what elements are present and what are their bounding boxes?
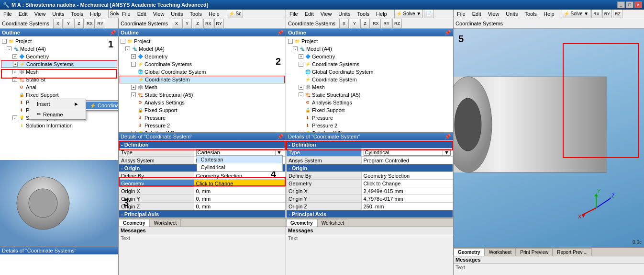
dropdown-arrow-2[interactable]: ▼ xyxy=(275,149,283,155)
tab-report-preview-4[interactable]: Report Previ... xyxy=(553,248,592,256)
outline-tree-1[interactable]: - 📁 Project - 🔩 Model (A4) + 🔷 Geometry … xyxy=(0,36,118,160)
tree-static-1[interactable]: - 🏗️ Static St xyxy=(1,76,117,83)
outline-pin-2[interactable]: 📌 xyxy=(277,30,284,36)
origin-expand-3[interactable]: - xyxy=(289,165,290,171)
dropdown-arrow-3[interactable]: ▼ xyxy=(443,149,450,155)
menu-edit-3[interactable]: Edit xyxy=(303,11,315,17)
tree-analysis-2[interactable]: ⚙ Analysis Settings xyxy=(120,99,285,106)
toolbar-btn4c[interactable]: RZ xyxy=(613,9,622,19)
menu-file-3[interactable]: File xyxy=(288,11,300,17)
tree-project-2[interactable]: - 📁 Project xyxy=(120,37,285,45)
cartesian-option-2[interactable]: Cartesian xyxy=(197,156,282,163)
tree-fixed-1[interactable]: 🔒 Fixed Support xyxy=(1,91,117,99)
principal-expand-3[interactable]: - xyxy=(289,211,290,217)
menu-tools-1[interactable]: Tools xyxy=(69,11,85,17)
window-controls[interactable]: _ □ × xyxy=(617,1,642,8)
outline-tree-2[interactable]: - 📁 Project - 🔩 Model (A4) + 🔷 Geometry … xyxy=(119,36,286,132)
tree-project-1[interactable]: - 📁 Project xyxy=(1,37,117,45)
submenu-coord-system[interactable]: ⚡ Coordinate System xyxy=(86,102,118,109)
axis-z-btn-1[interactable]: Z xyxy=(74,19,84,28)
tree-coord-system-2[interactable]: ⚡ Coordinate System xyxy=(120,76,285,83)
expand-mesh-3[interactable]: + xyxy=(299,85,303,90)
menu-help-1[interactable]: Help xyxy=(89,11,102,17)
menu-file-2[interactable]: File xyxy=(121,11,132,17)
toolbar-btn4a[interactable]: RX xyxy=(591,9,601,19)
expand-mesh-2[interactable]: + xyxy=(131,85,136,90)
expand-geometry-1[interactable]: + xyxy=(12,54,17,59)
outline-pin-3[interactable]: 📌 xyxy=(444,30,451,36)
menu-view-1[interactable]: View xyxy=(33,11,47,17)
axis-y-btn-1[interactable]: Y xyxy=(64,19,73,28)
tree-analysis-3[interactable]: ⚙ Analysis Settings xyxy=(287,99,452,106)
cylindrical-option-2[interactable]: Cylindrical xyxy=(197,163,282,171)
tree-static-3[interactable]: - 🏗️ Static Structural (A5) xyxy=(287,91,452,99)
menu-units-3[interactable]: Units xyxy=(337,11,352,17)
tree-project-3[interactable]: - 📁 Project xyxy=(287,37,452,45)
origin-expand-2[interactable]: - xyxy=(121,165,123,171)
outline-tree-3[interactable]: - 📁 Project - 🔩 Model (A4) + 🔷 Geometry … xyxy=(286,36,453,132)
tree-coord-systems-2[interactable]: - ⚡ Coordinate Systems xyxy=(120,60,285,68)
expand-project-2[interactable]: - xyxy=(121,39,125,44)
expand-static-1[interactable]: - xyxy=(12,77,17,82)
expand-project-1[interactable]: - xyxy=(2,39,7,44)
expand-solution-1[interactable]: - xyxy=(12,115,17,120)
axis-x-btn-3[interactable]: X xyxy=(339,19,349,28)
solve-button-4[interactable]: ⚡ Solve ▼ xyxy=(562,9,590,19)
expand-model-2[interactable]: - xyxy=(125,46,130,51)
tree-mesh-1[interactable]: + 🕸️ Mesh xyxy=(1,68,117,76)
axis-z-btn-3[interactable]: Z xyxy=(360,19,370,28)
tab-print-preview-4[interactable]: Print Preview xyxy=(516,248,553,256)
menu-tools-2[interactable]: Tools xyxy=(188,11,203,17)
tree-pressure2-3[interactable]: ⬇ Pressure 2 xyxy=(287,122,452,129)
tree-pressure-2a[interactable]: ⬇ Pressure xyxy=(120,114,285,122)
menu-tools-3[interactable]: Tools xyxy=(355,11,371,17)
expand-project-3[interactable]: - xyxy=(288,39,293,44)
expand-mesh-1[interactable]: + xyxy=(12,69,17,74)
expand-coord-3[interactable]: - xyxy=(299,62,303,67)
menu-edit-2[interactable]: Edit xyxy=(136,11,148,17)
tree-geometry-3[interactable]: + 🔷 Geometry xyxy=(287,53,452,60)
toolbar-btn3a[interactable]: 📄 xyxy=(424,9,433,19)
axis-y-btn-2[interactable]: Y xyxy=(182,19,192,28)
menu-edit-4[interactable]: Edit xyxy=(471,11,483,17)
axis-ry-btn-2[interactable]: RY xyxy=(214,19,224,28)
maximize-button[interactable]: □ xyxy=(626,1,633,8)
outline-pin-1[interactable]: 📌 xyxy=(110,30,116,36)
tab-worksheet-3[interactable]: Worksheet xyxy=(317,219,349,227)
expand-coord-1[interactable]: + xyxy=(13,62,18,67)
menu-units-4[interactable]: Units xyxy=(504,11,519,17)
menu-help-4[interactable]: Help xyxy=(542,11,556,17)
definition-expand-2[interactable]: - xyxy=(121,142,123,148)
expand-geometry-2[interactable]: + xyxy=(131,54,136,59)
close-button[interactable]: × xyxy=(634,1,642,8)
viewport-3d-main[interactable]: Z Y X 5 0.0c xyxy=(454,29,644,247)
solve-button-2[interactable]: ⚡ Sc xyxy=(227,9,243,19)
tree-model-3[interactable]: - 🔩 Model (A4) xyxy=(287,45,452,53)
axis-x-btn-1[interactable]: X xyxy=(53,19,63,28)
axis-rx-btn-3[interactable]: RX xyxy=(371,19,381,28)
tab-geometry-3[interactable]: Geometry xyxy=(286,219,317,227)
axis-x-btn-2[interactable]: X xyxy=(172,19,181,28)
menu-file-1[interactable]: File xyxy=(2,11,13,17)
axis-ry-btn-3[interactable]: RY xyxy=(382,19,391,28)
menu-view-2[interactable]: View xyxy=(152,11,166,17)
menu-units-2[interactable]: Units xyxy=(169,11,184,17)
menu-edit-1[interactable]: Edit xyxy=(17,11,29,17)
menu-view-3[interactable]: View xyxy=(319,11,333,17)
context-insert-1[interactable]: Insert ▶ ⚡ Coordinate System xyxy=(29,100,86,108)
toolbar-btn4b[interactable]: RY xyxy=(602,9,612,19)
menu-tools-4[interactable]: Tools xyxy=(523,11,538,17)
definition-expand-3[interactable]: - xyxy=(289,142,290,148)
geometry-value-cell-2[interactable]: Click to Change xyxy=(194,180,285,187)
details-pin-3[interactable]: 📌 xyxy=(444,134,451,140)
tree-mesh-3[interactable]: + 🕸️ Mesh xyxy=(287,83,452,91)
tree-fixed-2[interactable]: 🔒 Fixed Support xyxy=(120,106,285,114)
tree-coord-systems-1[interactable]: + ⚡ Coordinate Systems xyxy=(1,60,117,68)
tree-geometry-2[interactable]: + 🔷 Geometry xyxy=(120,53,285,60)
solve-button-3[interactable]: ⚡ Solve ▼ xyxy=(394,9,423,19)
axis-z-btn-2[interactable]: Z xyxy=(193,19,202,28)
expand-static-3[interactable]: - xyxy=(299,92,303,97)
axis-ry-btn-1[interactable]: RY xyxy=(96,19,105,28)
tree-coord-systems-3[interactable]: - ⚡ Coordinate Systems xyxy=(287,60,452,68)
menu-view-4[interactable]: View xyxy=(487,11,501,17)
